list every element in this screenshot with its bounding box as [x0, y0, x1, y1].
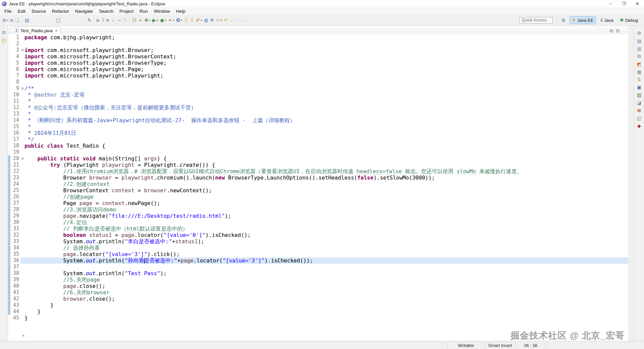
tab-close-icon[interactable]: ✕ [55, 29, 58, 33]
menu-window[interactable]: Window [151, 8, 173, 14]
line-number[interactable]: 36 [10, 257, 20, 264]
line-number[interactable]: 17 [10, 136, 20, 143]
dropdown-arrow-icon[interactable]: ▾ [157, 19, 158, 22]
external-tools-icon[interactable]: ➢ [138, 16, 144, 24]
dropdown-arrow-icon[interactable]: ▾ [7, 19, 8, 22]
hscroll-left-arrow-icon[interactable]: ◄ [21, 334, 25, 337]
line-number[interactable]: 31 [10, 226, 20, 232]
project-explorer-view-icon[interactable]: ◆ [636, 122, 643, 130]
task-list-view-icon[interactable]: ◩ [636, 60, 643, 68]
line-number[interactable]: 19 [10, 149, 20, 155]
display-config-icon[interactable]: ▢ [55, 16, 61, 24]
line-number[interactable]: 7 [10, 72, 20, 79]
terminate-icon[interactable]: ■ [105, 16, 110, 24]
window-close-button[interactable]: ✕ [631, 0, 644, 7]
line-number[interactable]: 32 [10, 232, 20, 238]
line-number[interactable]: 2 [10, 41, 20, 47]
line-number[interactable]: 15 [10, 123, 20, 130]
menu-project[interactable]: Project [116, 8, 137, 14]
perspective-java[interactable]: JJava [597, 16, 616, 24]
line-number[interactable]: 22 [10, 168, 20, 174]
line-number[interactable]: 28 [10, 206, 20, 213]
dropdown-arrow-icon[interactable]: ▾ [235, 19, 236, 22]
menu-search[interactable]: Search [96, 8, 116, 14]
step-over-icon[interactable]: ⇝ [116, 16, 122, 24]
perspective-debug[interactable]: ❉Debug [618, 16, 641, 24]
filters-view-icon[interactable]: ⇅ [636, 76, 643, 83]
debug-icon[interactable]: ❉▾ [144, 16, 152, 24]
menu-refactor[interactable]: Refactor [49, 8, 72, 14]
save-all-icon[interactable]: ❏ [14, 16, 20, 24]
line-number[interactable]: 6 [10, 66, 20, 72]
restore-view-icon[interactable]: ⧉ [636, 29, 643, 37]
run-icon[interactable]: ▶▾ [151, 16, 159, 24]
window-maximize-button[interactable]: ❐ [617, 0, 631, 7]
line-number[interactable]: 4 [10, 53, 20, 60]
web-browser-icon[interactable]: ◍ [203, 16, 209, 24]
fold-marker[interactable]: ⊖ [20, 85, 24, 92]
resume-icon[interactable]: ▶ [96, 16, 101, 24]
line-number[interactable]: 13 [10, 111, 20, 117]
back-icon[interactable]: ←▾ [229, 16, 237, 24]
package-explorer-icon[interactable]: ◰ [0, 36, 8, 44]
line-number[interactable]: 44 [10, 308, 20, 315]
dropdown-arrow-icon[interactable]: ▾ [244, 19, 245, 22]
restore-view-2-icon[interactable]: ⧉ [636, 52, 643, 60]
line-number[interactable]: 1 [10, 34, 20, 41]
fold-marker[interactable]: ⊖ [20, 155, 24, 162]
line-number[interactable]: 35 [10, 251, 20, 257]
menu-edit[interactable]: Edit [15, 8, 29, 14]
line-number[interactable]: 14 [10, 117, 20, 123]
line-number[interactable]: 45 [10, 315, 20, 321]
line-number[interactable]: 42 [10, 296, 20, 302]
line-number[interactable]: 18 [10, 143, 20, 149]
new-web-project-icon[interactable]: ❂▾ [175, 16, 183, 24]
line-number[interactable]: 27 [10, 200, 20, 206]
dropdown-arrow-icon[interactable]: ▾ [201, 19, 202, 22]
line-number[interactable]: 16 [10, 130, 20, 136]
tab-test-radio-java[interactable]: J Test_Radio.java ✕ [11, 27, 61, 35]
line-number[interactable]: 39 [10, 277, 20, 283]
console-view-icon[interactable]: ▣ [636, 83, 643, 91]
dropdown-arrow-icon[interactable]: ▾ [165, 19, 166, 22]
open-perspective-icon[interactable]: ⊞ [560, 17, 568, 23]
perspective-java-ee[interactable]: ✦Java EE [570, 16, 596, 24]
dropdown-arrow-icon[interactable]: ▾ [149, 19, 150, 22]
error-log-view-icon[interactable]: ⊠ [636, 106, 643, 114]
new-wizard-icon[interactable]: ⊞▾ [1, 16, 9, 24]
suspend-icon[interactable]: ‖ [101, 16, 105, 24]
palette-view-icon[interactable]: ▨ [636, 91, 643, 99]
line-number[interactable]: 21 [10, 162, 20, 168]
dropdown-arrow-icon[interactable]: ▾ [221, 19, 222, 22]
window-minimize-button[interactable]: – [604, 0, 617, 7]
line-number[interactable]: 34 [10, 245, 20, 251]
dropdown-arrow-icon[interactable]: ▾ [181, 19, 182, 22]
templates-view-icon[interactable]: ▥ [636, 45, 643, 52]
menu-run[interactable]: Run [137, 8, 151, 14]
new-bookmark-icon[interactable]: ✩▾ [215, 16, 223, 24]
line-number[interactable]: 43 [10, 302, 20, 308]
line-number[interactable]: 10 [10, 92, 20, 98]
forward-icon[interactable]: →▾ [237, 16, 246, 24]
line-number[interactable]: 33 [10, 238, 20, 245]
line-number[interactable]: 30 [10, 219, 20, 226]
line-number[interactable]: 38 [10, 270, 20, 277]
menu-source[interactable]: Source [29, 8, 49, 14]
line-number[interactable]: 40 [10, 283, 20, 289]
menu-help[interactable]: Help [173, 8, 189, 14]
java-search-icon[interactable]: ✐▾ [195, 16, 203, 24]
web-services-icon[interactable]: ✵ [209, 16, 215, 24]
quick-access-box[interactable]: Quick Access [519, 17, 553, 23]
minimize-editor-button[interactable]: ⊟ [608, 28, 614, 33]
line-number[interactable]: 25 [10, 187, 20, 194]
line-number[interactable]: 5 [10, 60, 20, 66]
line-number[interactable]: 23 [10, 174, 20, 181]
new-servlet-icon[interactable]: ✦▾ [167, 16, 175, 24]
export-resource-icon[interactable]: ⇧ [189, 16, 195, 24]
coverage-icon[interactable]: ◉▾ [159, 16, 167, 24]
servers-view-icon[interactable]: ◱ [636, 114, 643, 122]
step-return-icon[interactable]: ⇡ [122, 16, 128, 24]
properties-view-icon[interactable]: ▦ [636, 68, 643, 76]
line-number[interactable]: 12 [10, 104, 20, 111]
line-number[interactable]: 3 [10, 47, 20, 53]
